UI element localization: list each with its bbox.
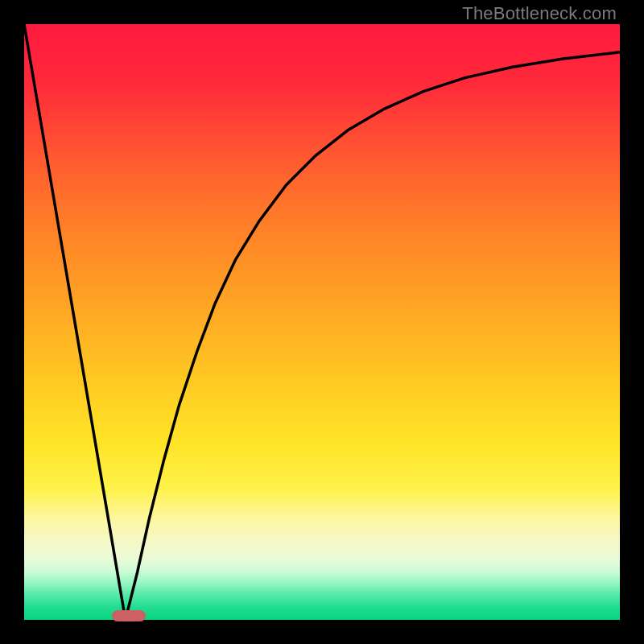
curve-right-branch [126,52,620,620]
curve-left-branch [24,24,126,620]
min-point-pill [112,610,146,621]
plot-area [24,24,620,620]
watermark-text: TheBottleneck.com [462,3,617,24]
curve-layer [24,24,620,620]
chart-frame: TheBottleneck.com [0,0,644,644]
